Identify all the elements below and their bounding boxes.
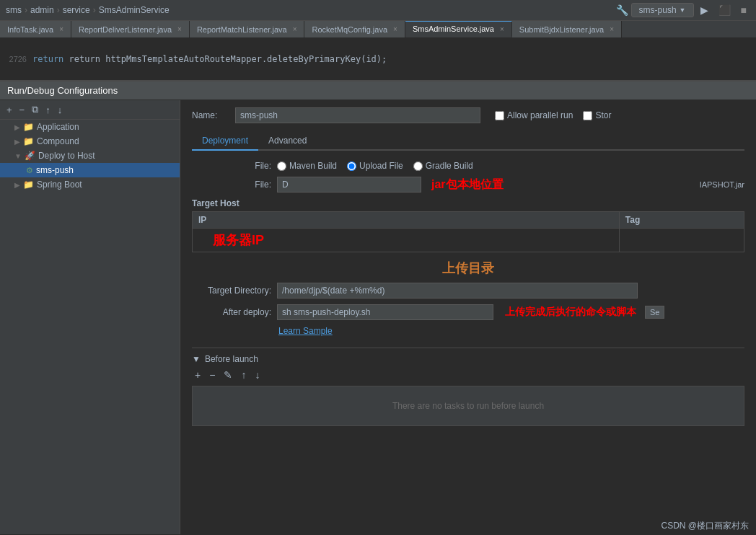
store-checkbox[interactable]: [583, 111, 592, 120]
tab-bar: Deployment Advanced: [192, 132, 744, 151]
breadcrumb-service[interactable]: service: [63, 5, 90, 15]
upload-file-radio[interactable]: [347, 162, 356, 171]
sidebar-item-label: Compound: [37, 136, 79, 146]
dialog-title: Run/Debug Configurations: [7, 85, 118, 96]
name-label: Name:: [192, 110, 228, 120]
tab-rocketmq[interactable]: RocketMqConfig.java ×: [304, 21, 405, 37]
attribution: CSDN @楼口画家村东: [661, 520, 749, 532]
tab-advanced[interactable]: Advanced: [258, 132, 317, 151]
run-button[interactable]: ▶: [697, 3, 712, 17]
gradle-build-option[interactable]: Gradle Build: [413, 161, 473, 171]
tag-column-header: Tag: [619, 212, 744, 229]
file-tabs: InfoTask.java × ReportDeliverListener.ja…: [0, 21, 756, 38]
tab-label: SubmitBjdxListener.java: [519, 25, 604, 34]
file-type-label: File:: [192, 161, 271, 171]
tab-smsadmin[interactable]: SmsAdminService.java ×: [405, 21, 512, 37]
tag-cell: [619, 229, 744, 252]
main-area: + − ⧉ ↑ ↓ ▶ 📁 Application ▶ 📁 Compound ▼…: [0, 100, 756, 534]
breadcrumb-file[interactable]: SmsAdminService: [99, 5, 170, 15]
tab-deployment[interactable]: Deployment: [192, 132, 258, 151]
tab-reportdeliver[interactable]: ReportDeliverListener.java ×: [71, 21, 190, 37]
file-type-row: File: Maven Build Upload File Gradle Bui…: [192, 161, 744, 171]
target-dir-input[interactable]: [277, 283, 638, 299]
upload-file-option[interactable]: Upload File: [347, 161, 403, 171]
after-deploy-label: After deploy:: [192, 307, 271, 317]
sidebar-item-spring-boot[interactable]: ▶ 📁 Spring Boot: [0, 177, 180, 192]
stop-button[interactable]: ■: [737, 3, 750, 17]
tab-infotask[interactable]: InfoTask.java ×: [0, 21, 71, 37]
sidebar-item-application[interactable]: ▶ 📁 Application: [0, 120, 180, 134]
tab-submitbjdx[interactable]: SubmitBjdxListener.java ×: [512, 21, 622, 37]
config-name-input[interactable]: [235, 107, 480, 123]
move-up-button[interactable]: ↑: [43, 103, 53, 116]
close-icon[interactable]: ×: [393, 25, 397, 33]
breadcrumb-sms[interactable]: sms: [6, 5, 22, 15]
sidebar-item-deploy-to-host[interactable]: ▼ 🚀 Deploy to Host: [0, 149, 180, 163]
add-config-button[interactable]: +: [4, 103, 14, 116]
after-deploy-row: After deploy: 上传完成后执行的命令或脚本 Se: [192, 304, 744, 320]
bl-remove-button[interactable]: −: [206, 368, 218, 381]
bl-add-button[interactable]: +: [192, 368, 203, 381]
gradle-build-radio[interactable]: [413, 162, 423, 171]
table-row: 服务器IP: [193, 229, 744, 252]
upload-dir-annotation: 上传目录: [192, 260, 744, 277]
sidebar-item-label: Deploy to Host: [38, 151, 95, 161]
after-deploy-input[interactable]: [277, 304, 493, 320]
close-icon[interactable]: ×: [177, 25, 182, 33]
run-config-dropdown[interactable]: sms-push ▼: [631, 3, 694, 17]
target-host-table: IP Tag 服务器IP: [192, 211, 744, 252]
allow-parallel-checkbox-label[interactable]: Allow parallel run: [495, 110, 573, 120]
file-type-options: Maven Build Upload File Gradle Build: [277, 161, 473, 171]
tab-label: SmsAdminService.java: [413, 25, 494, 33]
sidebar-item-label: sms-push: [36, 165, 74, 175]
tab-reportmatch[interactable]: ReportMatchListener.java ×: [190, 21, 305, 37]
tab-label: ReportMatchListener.java: [197, 25, 287, 34]
folder-icon: 📁: [23, 136, 34, 146]
select-button[interactable]: Se: [645, 306, 664, 319]
line-number: 2726: [0, 55, 32, 63]
file-path-label: File:: [192, 180, 271, 190]
before-launch-toolbar: + − ✎ ↑ ↓: [192, 368, 744, 381]
target-dir-label: Target Directory:: [192, 286, 271, 296]
maven-build-option[interactable]: Maven Build: [277, 161, 337, 171]
before-launch-empty: There are no tasks to run before launch: [192, 386, 744, 426]
code-editor: 2726 return return httpMmsTemplateAutoRo…: [0, 38, 756, 81]
learn-sample-link[interactable]: Learn Sample: [278, 326, 744, 336]
target-dir-row: Target Directory:: [192, 283, 744, 299]
bl-up-button[interactable]: ↑: [238, 368, 249, 381]
copy-config-button[interactable]: ⧉: [30, 103, 40, 116]
after-deploy-annotation: 上传完成后执行的命令或脚本: [505, 306, 636, 319]
breadcrumb-bar: sms › admin › service › SmsAdminService …: [0, 0, 756, 21]
remove-config-button[interactable]: −: [17, 103, 27, 116]
code-line: return return httpMmsTemplateAutoRouteMa…: [32, 54, 387, 64]
debug-button[interactable]: ⬛: [715, 3, 734, 17]
deploy-folder-icon: 🚀: [25, 151, 35, 161]
close-icon[interactable]: ×: [59, 25, 63, 33]
target-host-label: Target Host: [192, 198, 744, 208]
file-suffix: IAPSHOT.jar: [700, 180, 744, 189]
ip-cell: 服务器IP: [193, 229, 620, 252]
dropdown-arrow-icon: ▼: [680, 6, 686, 14]
sidebar-item-compound[interactable]: ▶ 📁 Compound: [0, 134, 180, 149]
bl-edit-button[interactable]: ✎: [221, 368, 235, 381]
close-icon[interactable]: ×: [610, 25, 614, 33]
sidebar-item-sms-push[interactable]: ⚙ sms-push: [0, 163, 180, 177]
store-checkbox-label[interactable]: Stor: [583, 110, 611, 120]
file-path-input[interactable]: [277, 177, 421, 193]
tab-label: ReportDeliverListener.java: [79, 25, 172, 34]
folder-icon: 📁: [23, 122, 34, 132]
sidebar-item-label: Application: [37, 122, 79, 132]
move-down-button[interactable]: ↓: [56, 103, 65, 116]
folder-icon: 📁: [23, 180, 34, 190]
close-icon[interactable]: ×: [500, 25, 504, 33]
bl-down-button[interactable]: ↓: [252, 368, 263, 381]
run-config-label: sms-push: [639, 5, 677, 15]
sidebar-item-label: Spring Boot: [37, 180, 82, 190]
before-launch-title: Before launch: [205, 354, 258, 364]
breadcrumb-admin[interactable]: admin: [30, 5, 54, 15]
close-icon[interactable]: ×: [293, 25, 297, 33]
maven-build-radio[interactable]: [277, 162, 286, 171]
before-launch-header[interactable]: ▼ Before launch: [192, 354, 744, 364]
allow-parallel-checkbox[interactable]: [495, 111, 504, 120]
sidebar-toolbar: + − ⧉ ↑ ↓: [0, 100, 180, 120]
